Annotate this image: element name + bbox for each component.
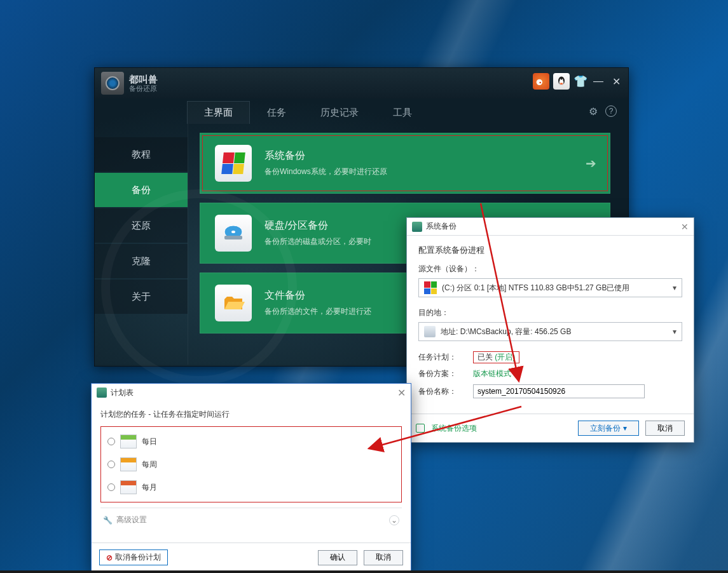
plan-open-link[interactable]: (开启) [495, 353, 515, 361]
backup-name-input[interactable] [473, 384, 645, 398]
svg-point-5 [562, 79, 563, 80]
dest-value: 地址: D:\MCsBackup, 容量: 456.25 GB [441, 327, 571, 337]
name-label: 备份名称： [418, 386, 473, 397]
wrench-icon: 🔧 [103, 516, 113, 525]
calendar-monthly-icon [120, 480, 137, 494]
dialog-app-icon [97, 388, 107, 398]
chevron-down-icon: ▾ [673, 283, 676, 292]
source-combobox[interactable]: (C:) 分区 0:1 [本地] NTFS 110.83 GB中51.27 GB… [418, 278, 682, 297]
sidebar: 教程 备份 还原 克隆 关于 [95, 124, 188, 365]
radio-icon [107, 483, 115, 491]
freq-weekly[interactable]: 每周 [105, 454, 397, 475]
gear-icon[interactable]: ⚙ [589, 105, 598, 118]
card-title: 系统备份 [264, 149, 387, 163]
scheme-label: 备份方案： [418, 368, 473, 379]
plan-label: 任务计划： [418, 352, 473, 363]
card-desc: 备份所选的文件，必要时进行还 [264, 306, 371, 317]
source-label: 源文件（设备）： [418, 264, 682, 274]
svg-point-0 [537, 79, 542, 85]
frequency-group: 每日 每周 每月 [100, 426, 402, 502]
advanced-label: 高级设置 [116, 515, 147, 525]
plan-off-text: 已关 [477, 353, 493, 361]
chevron-down-icon: ⌄ [389, 515, 399, 525]
cancel-plan-label: 取消备份计划 [115, 552, 161, 563]
cancel-plan-button[interactable]: ⊘ 取消备份计划 [99, 549, 168, 565]
weibo-icon[interactable] [533, 73, 549, 90]
advanced-settings-toggle[interactable]: 🔧 高级设置 ⌄ [100, 508, 402, 525]
app-title: 都叫兽 [129, 74, 158, 85]
close-icon[interactable]: ✕ [681, 222, 689, 232]
schedule-footer: ⊘ 取消备份计划 确认 取消 [92, 543, 411, 572]
cancel-plan-icon: ⊘ [106, 553, 113, 562]
calendar-weekly-icon [120, 457, 137, 471]
freq-monthly[interactable]: 每月 [105, 476, 397, 498]
top-tabs: 主界面 任务 历史记录 工具 [187, 98, 429, 124]
drive-icon [424, 326, 436, 337]
schedule-desc: 计划您的任务 - 让任务在指定时间运行 [100, 409, 402, 420]
sidebar-item-restore[interactable]: 还原 [95, 208, 188, 243]
system-backup-dialog: 系统备份 ✕ 配置系统备份进程 源文件（设备）： (C:) 分区 0:1 [本地… [406, 217, 694, 443]
dialog-titlebar: 系统备份 ✕ [407, 218, 694, 236]
dialog-title: 系统备份 [426, 221, 457, 232]
folder-icon [215, 285, 252, 321]
help-icon[interactable]: ? [605, 105, 617, 117]
card-desc: 备份Windows系统，必要时进行还原 [264, 166, 387, 177]
source-value: (C:) 分区 0:1 [本地] NTFS 110.83 GB中51.27 GB… [442, 283, 629, 293]
options-link[interactable]: 系统备份选项 [431, 423, 477, 434]
tshirt-icon[interactable]: 👕 [573, 74, 587, 88]
sidebar-item-tutorial[interactable]: 教程 [95, 137, 188, 172]
freq-daily[interactable]: 每日 [105, 431, 397, 452]
scheme-value[interactable]: 版本链模式 [473, 368, 511, 379]
disk-icon [215, 215, 252, 252]
chevron-down-icon: ▾ [673, 327, 676, 336]
dialog-footer: 系统备份选项 立刻备份▾ 取消 [407, 414, 694, 442]
tab-history[interactable]: 历史记录 [303, 101, 376, 124]
radio-icon [107, 461, 115, 468]
card-title: 硬盘/分区备份 [264, 219, 371, 233]
plan-value-box: 已关 (开启) [473, 351, 519, 363]
titlebar: 都叫兽 备份还原 👕 — ✕ [95, 68, 628, 98]
taskbar [0, 570, 728, 573]
svg-point-4 [560, 79, 561, 80]
svg-point-8 [231, 231, 235, 233]
tab-tools[interactable]: 工具 [376, 101, 429, 124]
svg-point-1 [539, 82, 541, 84]
card-system-backup[interactable]: 系统备份 备份Windows系统，必要时进行还原 ➔ [200, 133, 610, 194]
windows-flag-icon [215, 145, 252, 182]
minimize-button[interactable]: — [591, 76, 605, 87]
schedule-title: 计划表 [111, 388, 134, 398]
radio-icon [107, 438, 115, 445]
arrow-right-icon: ➔ [586, 156, 596, 171]
close-icon[interactable]: ✕ [397, 387, 406, 399]
app-logo-block: 都叫兽 备份还原 [101, 72, 158, 95]
dialog-heading: 配置系统备份进程 [418, 245, 682, 256]
qq-icon[interactable] [553, 73, 570, 90]
freq-label: 每月 [142, 482, 157, 493]
card-title: 文件备份 [264, 289, 371, 302]
calendar-daily-icon [120, 435, 137, 448]
tab-main[interactable]: 主界面 [187, 101, 250, 124]
svg-rect-9 [224, 236, 242, 239]
freq-label: 每日 [142, 436, 157, 447]
schedule-titlebar: 计划表 ✕ [92, 384, 411, 401]
freq-label: 每周 [142, 459, 157, 470]
cancel-button[interactable]: 取消 [645, 421, 685, 436]
dest-combobox[interactable]: 地址: D:\MCsBackup, 容量: 456.25 GB ▾ [418, 322, 682, 341]
chevron-down-icon: ▾ [623, 424, 627, 433]
app-subtitle: 备份还原 [129, 84, 158, 92]
safe-icon [101, 72, 124, 95]
dest-label: 目的地： [418, 307, 682, 318]
sidebar-item-clone[interactable]: 克隆 [95, 244, 188, 278]
sidebar-item-backup[interactable]: 备份 [95, 173, 188, 207]
schedule-dialog: 计划表 ✕ 计划您的任务 - 让任务在指定时间运行 每日 每周 每月 🔧 高 [91, 383, 411, 572]
tab-task[interactable]: 任务 [250, 101, 303, 124]
close-button[interactable]: ✕ [609, 76, 623, 88]
sidebar-item-about[interactable]: 关于 [95, 280, 188, 314]
dialog-app-icon [412, 222, 422, 232]
windows-flag-icon [424, 281, 437, 294]
ok-button[interactable]: 确认 [318, 550, 357, 565]
backup-now-button[interactable]: 立刻备份▾ [578, 421, 639, 436]
cancel-button[interactable]: 取消 [364, 550, 403, 565]
card-desc: 备份所选的磁盘或分区，必要时 [264, 236, 371, 247]
